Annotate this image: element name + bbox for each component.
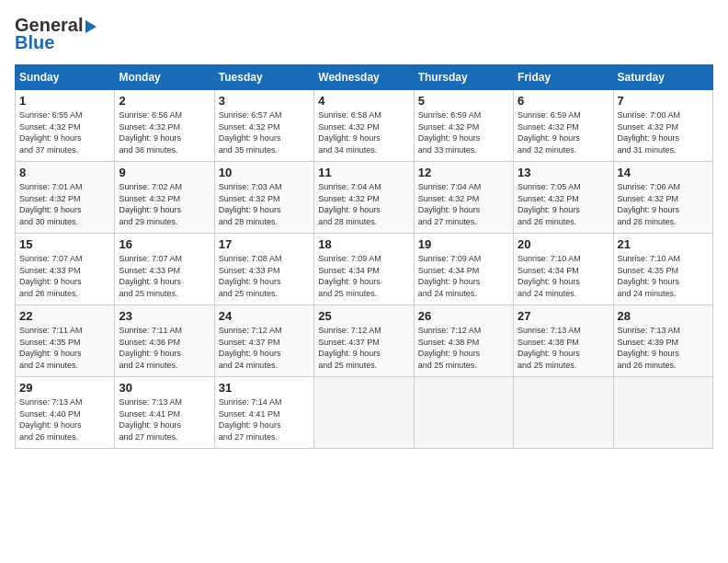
day-info: Sunrise: 7:01 AMSunset: 4:32 PMDaylight:… [19,181,110,227]
day-number: 22 [19,309,110,323]
calendar-week-2: 8Sunrise: 7:01 AMSunset: 4:32 PMDaylight… [16,162,713,234]
day-number: 31 [219,381,310,395]
day-info: Sunrise: 7:02 AMSunset: 4:32 PMDaylight:… [119,181,210,227]
day-info: Sunrise: 7:13 AMSunset: 4:40 PMDaylight:… [19,396,110,442]
day-info: Sunrise: 7:05 AMSunset: 4:32 PMDaylight:… [518,181,609,227]
day-number: 24 [219,309,310,323]
calendar-cell: 28Sunrise: 7:13 AMSunset: 4:39 PMDayligh… [613,305,712,377]
calendar-cell: 27Sunrise: 7:13 AMSunset: 4:38 PMDayligh… [514,305,613,377]
calendar-cell: 8Sunrise: 7:01 AMSunset: 4:32 PMDaylight… [16,162,115,234]
weekday-header-thursday: Thursday [414,65,513,90]
day-info: Sunrise: 7:12 AMSunset: 4:38 PMDaylight:… [418,325,509,371]
calendar-week-5: 29Sunrise: 7:13 AMSunset: 4:40 PMDayligh… [16,377,713,449]
day-number: 13 [518,166,609,179]
day-info: Sunrise: 6:55 AMSunset: 4:32 PMDaylight:… [19,109,110,155]
weekday-header-saturday: Saturday [613,65,712,90]
day-number: 4 [318,94,409,108]
day-info: Sunrise: 7:09 AMSunset: 4:34 PMDaylight:… [418,253,509,299]
calendar-cell: 21Sunrise: 7:10 AMSunset: 4:35 PMDayligh… [613,234,712,305]
day-info: Sunrise: 7:10 AMSunset: 4:34 PMDaylight:… [518,253,609,299]
calendar-cell: 14Sunrise: 7:06 AMSunset: 4:32 PMDayligh… [613,162,712,234]
weekday-header-friday: Friday [514,65,613,90]
header: General Blue [15,15,713,53]
calendar-container: General Blue SundayMondayTuesdayWednesda… [0,0,728,456]
day-info: Sunrise: 7:00 AMSunset: 4:32 PMDaylight:… [618,109,709,155]
day-number: 14 [618,166,709,179]
day-number: 7 [618,94,709,108]
day-info: Sunrise: 7:09 AMSunset: 4:34 PMDaylight:… [318,253,409,299]
logo-arrow-icon [85,20,97,33]
day-info: Sunrise: 7:14 AMSunset: 4:41 PMDaylight:… [219,396,310,442]
calendar-cell: 3Sunrise: 6:57 AMSunset: 4:32 PMDaylight… [214,90,313,162]
day-number: 2 [119,94,210,108]
logo-blue: Blue [15,32,54,53]
weekday-header-sunday: Sunday [16,65,115,90]
calendar-table: SundayMondayTuesdayWednesdayThursdayFrid… [15,64,713,449]
calendar-cell: 31Sunrise: 7:14 AMSunset: 4:41 PMDayligh… [214,377,313,449]
day-info: Sunrise: 7:10 AMSunset: 4:35 PMDaylight:… [618,253,709,299]
day-number: 23 [119,309,210,323]
calendar-cell [314,377,414,449]
weekday-header-wednesday: Wednesday [314,65,414,90]
day-number: 30 [119,381,210,395]
day-info: Sunrise: 7:12 AMSunset: 4:37 PMDaylight:… [219,325,310,371]
day-info: Sunrise: 7:04 AMSunset: 4:32 PMDaylight:… [318,181,409,227]
day-info: Sunrise: 6:59 AMSunset: 4:32 PMDaylight:… [518,109,609,155]
calendar-cell: 16Sunrise: 7:07 AMSunset: 4:33 PMDayligh… [115,234,214,305]
day-number: 8 [19,166,110,179]
day-number: 29 [19,381,110,395]
day-number: 27 [518,309,609,323]
calendar-cell: 17Sunrise: 7:08 AMSunset: 4:33 PMDayligh… [214,234,313,305]
day-info: Sunrise: 6:59 AMSunset: 4:32 PMDaylight:… [418,109,509,155]
calendar-cell: 23Sunrise: 7:11 AMSunset: 4:36 PMDayligh… [115,305,214,377]
calendar-cell: 10Sunrise: 7:03 AMSunset: 4:32 PMDayligh… [214,162,313,234]
day-number: 12 [418,166,509,179]
calendar-cell: 30Sunrise: 7:13 AMSunset: 4:41 PMDayligh… [115,377,214,449]
day-number: 11 [318,166,409,179]
calendar-cell: 20Sunrise: 7:10 AMSunset: 4:34 PMDayligh… [514,234,613,305]
day-number: 10 [219,166,310,179]
calendar-cell: 29Sunrise: 7:13 AMSunset: 4:40 PMDayligh… [16,377,115,449]
day-info: Sunrise: 6:56 AMSunset: 4:32 PMDaylight:… [119,109,210,155]
day-number: 16 [119,237,210,251]
day-info: Sunrise: 7:04 AMSunset: 4:32 PMDaylight:… [418,181,509,227]
calendar-cell: 6Sunrise: 6:59 AMSunset: 4:32 PMDaylight… [514,90,613,162]
calendar-cell: 22Sunrise: 7:11 AMSunset: 4:35 PMDayligh… [16,305,115,377]
calendar-week-3: 15Sunrise: 7:07 AMSunset: 4:33 PMDayligh… [16,234,713,305]
day-number: 28 [618,309,709,323]
logo: General Blue [15,15,97,53]
day-info: Sunrise: 7:11 AMSunset: 4:35 PMDaylight:… [19,325,110,371]
calendar-cell: 1Sunrise: 6:55 AMSunset: 4:32 PMDaylight… [16,90,115,162]
calendar-cell: 13Sunrise: 7:05 AMSunset: 4:32 PMDayligh… [514,162,613,234]
day-number: 15 [19,237,110,251]
day-info: Sunrise: 7:07 AMSunset: 4:33 PMDaylight:… [119,253,210,299]
day-info: Sunrise: 7:03 AMSunset: 4:32 PMDaylight:… [219,181,310,227]
calendar-cell: 26Sunrise: 7:12 AMSunset: 4:38 PMDayligh… [414,305,513,377]
day-info: Sunrise: 6:57 AMSunset: 4:32 PMDaylight:… [219,109,310,155]
day-info: Sunrise: 7:06 AMSunset: 4:32 PMDaylight:… [618,181,709,227]
day-info: Sunrise: 7:07 AMSunset: 4:33 PMDaylight:… [19,253,110,299]
day-number: 9 [119,166,210,179]
calendar-cell: 5Sunrise: 6:59 AMSunset: 4:32 PMDaylight… [414,90,513,162]
calendar-cell: 9Sunrise: 7:02 AMSunset: 4:32 PMDaylight… [115,162,214,234]
calendar-cell: 2Sunrise: 6:56 AMSunset: 4:32 PMDaylight… [115,90,214,162]
day-number: 20 [518,237,609,251]
day-number: 25 [318,309,409,323]
day-number: 17 [219,237,310,251]
day-number: 19 [418,237,509,251]
calendar-week-1: 1Sunrise: 6:55 AMSunset: 4:32 PMDaylight… [16,90,713,162]
day-number: 3 [219,94,310,108]
day-number: 26 [418,309,509,323]
calendar-cell: 11Sunrise: 7:04 AMSunset: 4:32 PMDayligh… [314,162,414,234]
calendar-cell [613,377,712,449]
day-number: 21 [618,237,709,251]
day-info: Sunrise: 6:58 AMSunset: 4:32 PMDaylight:… [318,109,409,155]
day-info: Sunrise: 7:11 AMSunset: 4:36 PMDaylight:… [119,325,210,371]
day-info: Sunrise: 7:13 AMSunset: 4:39 PMDaylight:… [618,325,709,371]
weekday-header-row: SundayMondayTuesdayWednesdayThursdayFrid… [16,65,713,90]
calendar-cell: 12Sunrise: 7:04 AMSunset: 4:32 PMDayligh… [414,162,513,234]
calendar-cell [414,377,513,449]
day-number: 5 [418,94,509,108]
calendar-cell: 19Sunrise: 7:09 AMSunset: 4:34 PMDayligh… [414,234,513,305]
calendar-cell [514,377,613,449]
